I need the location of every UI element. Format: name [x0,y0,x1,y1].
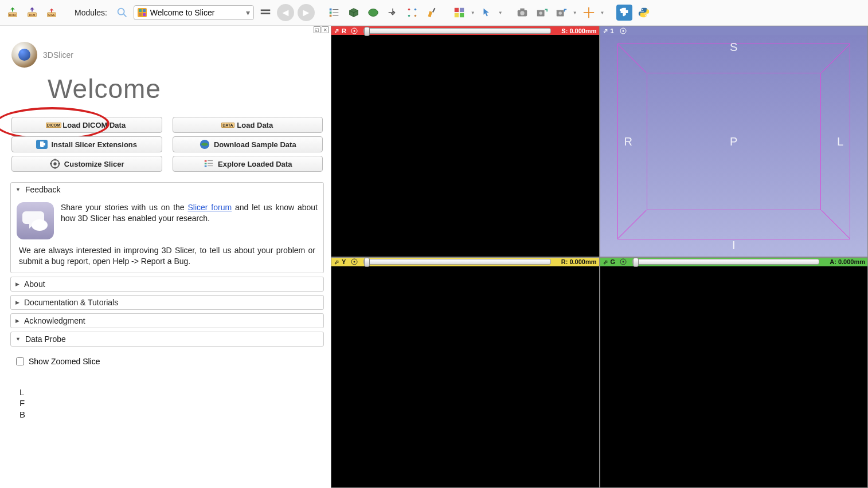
svg-point-31 [520,11,524,15]
view-options-icon[interactable] [620,27,627,34]
svg-rect-49 [205,160,207,162]
show-zoomed-checkbox[interactable] [16,357,24,365]
green-slice-view[interactable]: ⬀ G A: 0.000mm [600,257,869,489]
layout-selector-icon[interactable] [451,5,467,21]
docs-header[interactable]: ▶ Documentation & Tutorials [11,296,323,309]
feedback-header[interactable]: ▼ Feedback [11,183,323,196]
axis-l: L [837,135,843,148]
customize-button[interactable]: Customize Slicer [11,156,162,172]
mouse-mode-icon[interactable] [479,5,495,21]
panel-close-icon[interactable]: ✕ [322,26,329,33]
slicer-logo-icon [11,42,37,68]
svg-rect-17 [330,15,332,17]
data-folder-icon: DATA [221,123,234,128]
pin-icon[interactable]: ⬀ [334,28,339,34]
ack-header[interactable]: ▶ Acknowledgment [11,314,323,328]
pin-icon[interactable]: ⬀ [334,259,339,265]
red-slice-bar: ⬀ R S: 0.000mm [331,26,599,35]
scene-view-restore-icon[interactable] [553,5,569,21]
python-console-icon[interactable] [636,5,652,21]
module-scroll-area[interactable]: Welcome DICOM Load DICOM Data DATA Load … [0,71,331,488]
load-data-label: Load Data [237,121,273,129]
pin-icon[interactable]: ⬀ [603,259,608,265]
volume-rendering-icon[interactable] [346,5,362,21]
svg-point-40 [644,15,646,17]
load-dicom-toolbar-icon[interactable]: DCM [24,5,40,21]
svg-point-55 [32,219,48,231]
module-history-back-button[interactable]: ◄ [277,4,294,21]
explore-label: Explore Loaded Data [218,160,292,168]
svg-rect-50 [205,163,207,164]
about-header[interactable]: ▶ About [11,277,323,291]
module-panel-toggle-icon[interactable] [257,5,273,21]
red-offset-value: S: 0.000mm [557,27,597,34]
svg-point-22 [408,9,410,11]
yellow-label: Y [342,258,349,265]
main-toolbar: DATA DCM SAVE Modules: Welcome to Slicer… [0,0,868,26]
svg-rect-10 [143,9,146,12]
segment-editor-icon[interactable] [424,5,440,21]
module-search-icon[interactable] [114,5,130,21]
markups-icon[interactable] [404,5,420,21]
feedback-body: Share your stories with us on the Slicer… [11,196,323,273]
slicer-forum-link[interactable]: Slicer forum [187,203,232,212]
svg-point-57 [354,30,355,32]
modules-label: Modules: [75,8,107,17]
axis-r: R [624,135,632,148]
models-icon[interactable] [365,5,381,21]
threed-view[interactable]: ⬀ 1 S R P L I [600,26,869,257]
dataprobe-header[interactable]: ▼ Data Probe [11,332,323,346]
crosshair-dropdown-icon[interactable]: ▼ [600,10,605,15]
svg-text:SAVE: SAVE [48,14,55,17]
transforms-icon[interactable] [385,5,401,21]
docs-section: ▶ Documentation & Tutorials [10,295,324,310]
svg-rect-12 [143,13,146,16]
show-zoomed-checkbox-row[interactable]: Show Zoomed Slice [10,350,324,374]
explore-data-button[interactable]: Explore Loaded Data [173,156,323,172]
load-data-button[interactable]: DATA Load Data [173,117,323,133]
scene-view-dropdown-icon[interactable]: ▼ [573,10,577,15]
svg-line-7 [124,14,127,17]
red-slice-view[interactable]: ⬀ R S: 0.000mm [331,26,600,257]
feedback-title: Feedback [25,185,60,194]
scene-tree-icon[interactable] [326,5,342,21]
panel-float-icon[interactable]: ◱ [314,26,320,33]
yellow-offset-slider[interactable] [363,259,551,265]
chat-bubble-icon [17,202,54,239]
collapse-right-icon: ▶ [15,300,19,305]
view-options-icon[interactable] [620,258,627,265]
mouse-mode-dropdown-icon[interactable]: ▼ [498,10,503,15]
svg-point-36 [558,11,562,15]
load-dicom-button[interactable]: DICOM Load DICOM Data [11,117,162,133]
pin-icon[interactable]: ⬀ [603,28,608,34]
green-offset-slider[interactable] [632,259,820,265]
svg-point-44 [53,162,56,165]
feedback-line-a: Share your stories with us on the [61,203,187,212]
yellow-slice-view[interactable]: ⬀ Y R: 0.000mm [331,257,600,489]
layout-dropdown-icon[interactable]: ▼ [471,10,475,15]
module-selected-text: Welcome to Slicer [150,8,215,17]
axis-i: I [732,239,736,252]
red-offset-slider[interactable] [363,28,551,34]
scene-view-save-icon[interactable] [534,5,550,21]
logo-row: 3DSlicer [0,34,331,71]
save-toolbar-icon[interactable]: SAVE [44,5,60,21]
extensions-manager-icon[interactable] [616,5,632,21]
load-dicom-label: Load DICOM Data [62,121,126,129]
feedback-section: ▼ Feedback Share your stories with us on… [10,182,324,273]
collapse-right-icon: ▶ [15,281,19,287]
view-options-icon[interactable] [351,27,358,34]
svg-point-21 [369,9,378,17]
load-data-toolbar-icon[interactable]: DATA [5,5,21,21]
screenshot-icon[interactable] [514,5,530,21]
svg-point-59 [622,30,624,32]
download-sample-button[interactable]: Download Sample Data [173,136,323,152]
module-history-forward-button[interactable]: ► [298,4,315,21]
yellow-offset-value: R: 0.000mm [557,258,597,265]
install-extensions-button[interactable]: Install Slicer Extensions [11,136,162,152]
logo-text: 3DSlicer [43,50,73,60]
green-label: G [611,258,617,265]
module-selector[interactable]: Welcome to Slicer ▾ [134,5,254,20]
view-options-icon[interactable] [351,258,358,265]
crosshair-icon[interactable] [581,5,597,21]
